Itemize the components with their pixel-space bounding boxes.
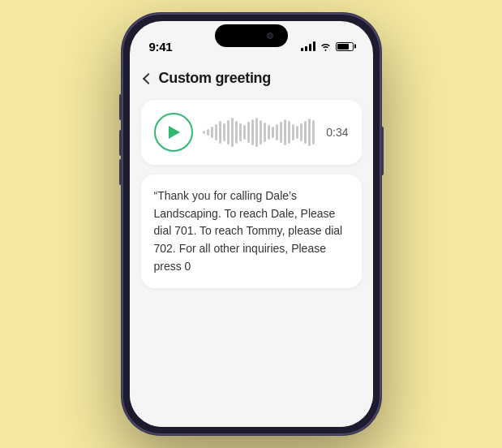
play-icon	[169, 126, 180, 139]
waveform-bar	[227, 120, 230, 144]
battery-icon	[336, 42, 354, 51]
phone-screen: 9:41	[130, 21, 373, 427]
waveform-bar	[251, 119, 254, 145]
waveform-bar	[239, 123, 242, 141]
waveform-bar	[272, 127, 274, 138]
waveform-bar	[292, 124, 294, 140]
audio-duration: 0:34	[326, 126, 348, 139]
waveform-bar	[264, 123, 266, 142]
camera-dot	[267, 32, 273, 39]
waveform-bar	[211, 127, 213, 138]
waveform-bar	[296, 126, 298, 139]
waveform-bar	[300, 123, 302, 141]
waveform-bar	[312, 120, 315, 144]
waveform-bar	[268, 125, 270, 140]
waveform-bar	[235, 121, 238, 144]
waveform-bar	[243, 125, 246, 140]
page-title: Custom greeting	[159, 70, 272, 87]
waveform-bar	[276, 124, 278, 140]
transcript-card: “Thank you for calling Dale’s Landscapin…	[141, 174, 362, 288]
waveform-bar	[247, 122, 250, 143]
phone-mockup: 9:41	[122, 13, 381, 435]
nav-header: Custom greeting	[130, 60, 373, 97]
waveform-bar	[288, 121, 290, 144]
screen-content: Custom greeting 0:34 “Thank you for call…	[130, 60, 373, 427]
waveform-bar	[215, 124, 217, 140]
waveform	[203, 118, 317, 147]
waveform-bar	[255, 118, 258, 147]
waveform-bar	[316, 123, 317, 142]
audio-player-card: 0:34	[141, 100, 362, 165]
wifi-icon	[320, 42, 332, 51]
waveform-bar	[260, 120, 262, 144]
signal-bars-icon	[301, 41, 315, 51]
back-button[interactable]	[144, 75, 152, 83]
waveform-bar	[284, 119, 286, 145]
status-icons	[301, 41, 354, 51]
back-arrow-icon	[142, 72, 153, 84]
waveform-bar	[231, 118, 234, 147]
waveform-bar	[308, 118, 311, 146]
waveform-bar	[223, 123, 225, 141]
status-time: 9:41	[149, 40, 173, 54]
waveform-bar	[280, 122, 282, 143]
waveform-bar	[207, 129, 209, 136]
play-button[interactable]	[154, 113, 193, 152]
waveform-bar	[203, 131, 205, 134]
waveform-bar	[219, 121, 221, 144]
waveform-bar	[304, 121, 307, 144]
dynamic-island	[215, 24, 288, 47]
transcript-text: “Thank you for calling Dale’s Landscapin…	[154, 187, 349, 275]
